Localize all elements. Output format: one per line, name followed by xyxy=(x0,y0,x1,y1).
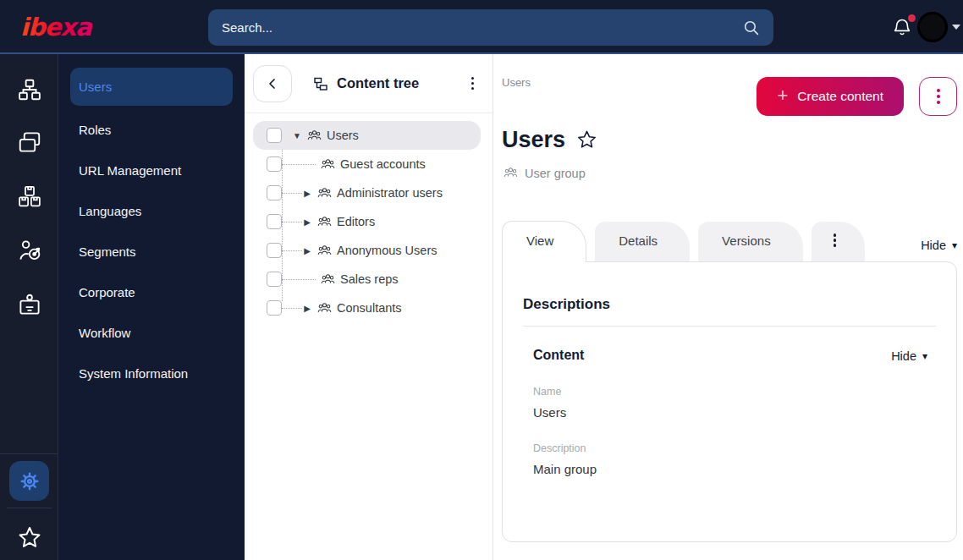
hide-group-toggle[interactable]: Hide ▾ xyxy=(891,349,927,363)
expand-arrow-icon[interactable]: ▶ xyxy=(302,246,312,255)
search-icon[interactable] xyxy=(742,19,760,36)
ibexa-logo[interactable]: ibexa xyxy=(19,11,113,47)
expand-arrow-icon[interactable]: ▶ xyxy=(302,304,312,313)
tree-item-consultants[interactable]: ▶ Consultants xyxy=(253,294,481,322)
user-avatar[interactable] xyxy=(917,12,948,42)
user-menu-caret-icon[interactable] xyxy=(952,25,960,30)
tree-item-label: Consultants xyxy=(337,301,402,315)
sidebar-item-label: Roles xyxy=(79,123,111,137)
tree-item-checkbox[interactable] xyxy=(267,214,282,229)
content-tree-title: Content tree xyxy=(312,75,419,92)
tree-item-users[interactable]: ▼ Users xyxy=(253,121,481,150)
sidebar-item-system-information[interactable]: System Information xyxy=(58,353,245,393)
collapse-arrow-icon[interactable]: ▼ xyxy=(292,131,302,140)
tab-label: Versions xyxy=(722,233,771,248)
gear-icon xyxy=(18,469,41,493)
tab-bar: View Details Versions Hide ▾ xyxy=(502,221,957,262)
tree-item-checkbox[interactable] xyxy=(267,128,282,143)
collapse-panel-button[interactable] xyxy=(253,65,292,102)
tree-item-administrator-users[interactable]: ▶ Administrator users xyxy=(253,178,481,207)
rail-divider xyxy=(7,508,52,508)
personalization-icon[interactable] xyxy=(0,233,58,267)
content-type-row: User group xyxy=(504,166,586,180)
tree-item-label: Sales reps xyxy=(340,272,399,286)
products-icon[interactable] xyxy=(0,179,58,213)
sidebar-item-workflow[interactable]: Workflow xyxy=(58,312,245,353)
tree-item-checkbox[interactable] xyxy=(267,272,282,287)
tree-connector xyxy=(282,250,302,251)
field-name: Name Users xyxy=(533,386,956,420)
header-actions: + Create content xyxy=(757,77,957,116)
settings-button[interactable] xyxy=(9,461,49,501)
user-group-icon xyxy=(504,166,518,180)
tree-item-label: Anonymous Users xyxy=(337,244,437,257)
sidebar-item-users[interactable]: Users xyxy=(70,68,233,106)
sidebar-item-languages[interactable]: Languages xyxy=(58,190,245,231)
kebab-icon xyxy=(834,233,837,247)
sidebar-item-url-management[interactable]: URL Management xyxy=(58,150,245,190)
tree-item-checkbox[interactable] xyxy=(267,243,282,258)
tree-item-guest-accounts[interactable]: Guest accounts xyxy=(253,150,481,178)
content-tree-header: Content tree xyxy=(245,54,493,113)
user-group-icon xyxy=(317,186,332,200)
page-title: Users xyxy=(502,127,565,153)
expand-arrow-icon[interactable]: ▶ xyxy=(302,189,312,198)
field-label: Description xyxy=(533,442,956,454)
main-content: Users + Create content Users User group … xyxy=(493,54,963,560)
sidebar-item-segments[interactable]: Segments xyxy=(58,231,245,272)
pages-icon[interactable] xyxy=(0,125,58,159)
rail-divider xyxy=(0,453,58,454)
create-content-button[interactable]: + Create content xyxy=(757,77,904,116)
sidebar-item-corporate[interactable]: Corporate xyxy=(58,272,245,312)
expand-arrow-icon[interactable]: ▶ xyxy=(302,217,312,227)
caret-down-icon: ▾ xyxy=(922,350,927,362)
admin-badge-icon[interactable] xyxy=(0,288,58,321)
page-title-row: Users xyxy=(502,127,598,153)
section-title: Descriptions xyxy=(523,296,936,313)
tree-item-editors[interactable]: ▶ Editors xyxy=(253,207,481,236)
tree-item-label: Guest accounts xyxy=(340,157,426,171)
global-search xyxy=(208,9,773,46)
content-group-header: Content Hide ▾ xyxy=(533,348,927,363)
tree-item-checkbox[interactable] xyxy=(267,185,282,200)
user-group-icon xyxy=(307,129,322,143)
sidebar-item-roles[interactable]: Roles xyxy=(58,109,245,150)
user-group-icon xyxy=(317,244,332,258)
tree-item-anonymous-users[interactable]: ▶ Anonymous Users xyxy=(253,236,481,265)
hide-label: Hide xyxy=(921,239,946,252)
user-group-icon xyxy=(321,272,335,287)
tab-view[interactable]: View xyxy=(502,221,586,262)
sidebar-item-label: Users xyxy=(79,80,112,94)
tab-versions[interactable]: Versions xyxy=(698,222,803,262)
user-group-icon xyxy=(317,301,332,316)
group-title: Content xyxy=(533,348,584,363)
topbar: ibexa xyxy=(0,0,963,54)
notifications-button[interactable] xyxy=(891,16,915,40)
content-tree-icon xyxy=(312,75,329,92)
tree-connector xyxy=(282,222,302,222)
notification-dot xyxy=(908,14,916,22)
content-structure-icon[interactable] xyxy=(0,73,58,107)
tab-more-menu-button[interactable] xyxy=(812,222,866,262)
user-group-icon xyxy=(321,157,335,172)
tree-connector xyxy=(282,164,316,165)
hide-tabs-toggle[interactable]: Hide ▾ xyxy=(921,239,957,252)
favorite-star-icon[interactable] xyxy=(575,129,598,151)
tree-connector xyxy=(282,308,302,309)
hide-label: Hide xyxy=(891,349,916,363)
tree-item-checkbox[interactable] xyxy=(267,156,282,172)
section-divider xyxy=(523,326,936,327)
sidebar-item-label: System Information xyxy=(79,366,188,381)
field-description: Description Main group xyxy=(533,442,956,476)
search-input[interactable] xyxy=(222,20,742,35)
page-options-menu-button[interactable] xyxy=(919,77,957,116)
bookmarks-star-icon[interactable] xyxy=(0,521,58,555)
breadcrumb[interactable]: Users xyxy=(502,76,531,89)
tab-details[interactable]: Details xyxy=(595,222,690,262)
tree-item-sales-reps[interactable]: Sales reps xyxy=(253,265,481,294)
view-tab-panel: Descriptions Content Hide ▾ Name Users D… xyxy=(502,261,957,542)
tree-options-menu-button[interactable] xyxy=(466,72,480,96)
content-type-label: User group xyxy=(525,167,586,180)
content-tree-panel: Content tree ▼ Users Guest accoun xyxy=(245,54,493,560)
tree-item-checkbox[interactable] xyxy=(267,300,282,316)
